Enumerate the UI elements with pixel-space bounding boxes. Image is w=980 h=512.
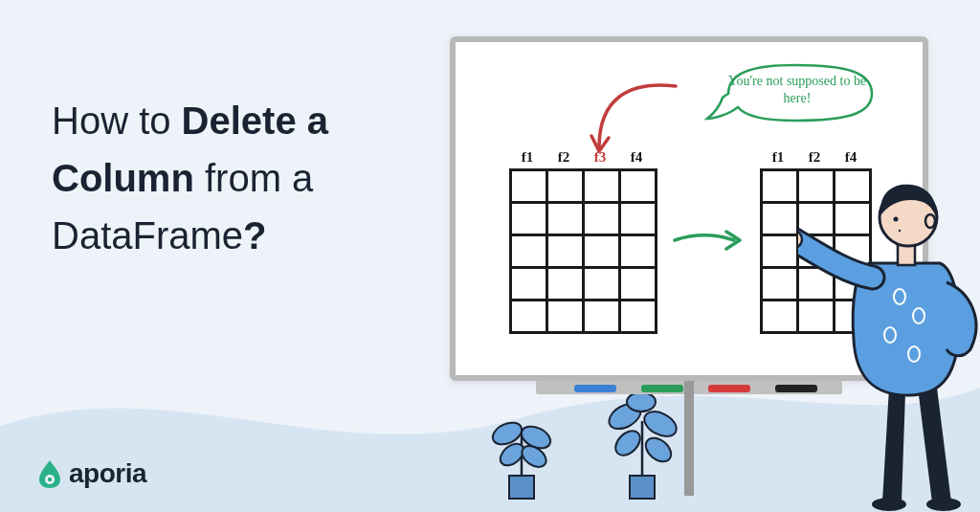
- plant-illustration: [593, 388, 689, 502]
- dataframe-before: [509, 168, 657, 334]
- col-header: f2: [546, 149, 582, 166]
- svg-point-18: [925, 214, 935, 228]
- svg-point-9: [641, 434, 676, 467]
- title-part1: How to: [52, 100, 182, 142]
- page-title: How to Delete a Column from a DataFrame?: [52, 92, 415, 264]
- col-header: f1: [760, 149, 796, 166]
- title-qmark: ?: [243, 214, 266, 256]
- svg-point-16: [894, 217, 899, 222]
- plant-illustration: [479, 397, 565, 502]
- marker-green-icon: [641, 385, 683, 392]
- svg-point-17: [899, 230, 901, 232]
- col-header: f1: [509, 149, 546, 166]
- svg-rect-5: [630, 476, 655, 499]
- svg-point-20: [48, 478, 52, 481]
- col-header-bad: f3: [582, 149, 618, 166]
- col-header: f4: [618, 149, 655, 166]
- green-arrow-icon: [671, 226, 747, 255]
- whiteboard-stand: [684, 381, 694, 496]
- svg-rect-0: [509, 476, 534, 499]
- marker-blue-icon: [574, 385, 616, 392]
- svg-point-12: [926, 498, 961, 511]
- logo-icon: [36, 458, 63, 489]
- marker-red-icon: [708, 385, 750, 392]
- svg-point-8: [611, 426, 644, 459]
- brand-logo: aporia: [36, 458, 146, 489]
- logo-text: aporia: [69, 458, 146, 489]
- speech-text: You're not supposed to be here!: [725, 73, 869, 107]
- person-illustration: [798, 148, 980, 512]
- svg-point-10: [627, 392, 656, 412]
- svg-point-11: [872, 498, 906, 511]
